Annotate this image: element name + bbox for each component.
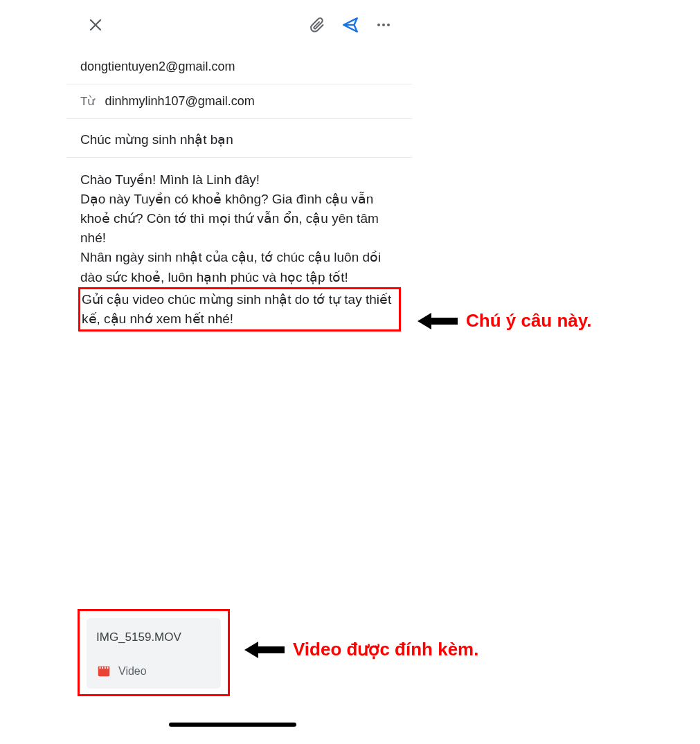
compose-toolbar bbox=[66, 0, 413, 50]
from-label: Từ bbox=[80, 94, 95, 109]
subject-field[interactable]: Chúc mừng sinh nhật bạn bbox=[66, 119, 413, 158]
svg-point-4 bbox=[382, 24, 385, 26]
svg-marker-12 bbox=[418, 313, 458, 329]
attach-icon bbox=[309, 17, 325, 33]
annotation-text: Chú ý câu này. bbox=[466, 310, 592, 332]
more-button[interactable] bbox=[371, 12, 396, 37]
arrow-left-icon bbox=[418, 311, 458, 331]
send-button[interactable] bbox=[338, 12, 363, 37]
body-line: Dạo này Tuyền có khoẻ không? Gia đình cậ… bbox=[80, 190, 399, 248]
body-line: Chào Tuyền! Mình là Linh đây! bbox=[80, 170, 399, 190]
svg-rect-10 bbox=[105, 667, 106, 669]
close-icon bbox=[87, 17, 104, 33]
close-button[interactable] bbox=[83, 12, 108, 37]
annotation-text: Video được đính kèm. bbox=[293, 639, 478, 660]
send-icon bbox=[341, 16, 359, 34]
attachment-meta: Video bbox=[96, 664, 211, 679]
attachment-filename: IMG_5159.MOV bbox=[96, 630, 211, 644]
svg-rect-11 bbox=[107, 667, 109, 669]
body-line-highlighted: Gửi cậu video chúc mừng sinh nhật do tớ … bbox=[82, 290, 397, 329]
attachment-area: IMG_5159.MOV Video bbox=[78, 609, 230, 696]
highlight-box: Gửi cậu video chúc mừng sinh nhật do tớ … bbox=[78, 287, 401, 332]
compose-window: dongtientuyen2@gmail.com Từ dinhmylinh10… bbox=[66, 0, 413, 337]
attachment-highlight-box: IMG_5159.MOV Video bbox=[78, 609, 230, 696]
svg-rect-8 bbox=[100, 667, 101, 669]
body-line: Nhân ngày sinh nhật của cậu, tớ chúc cậu… bbox=[80, 248, 399, 287]
video-icon bbox=[96, 664, 111, 679]
attachment-type: Video bbox=[118, 665, 147, 678]
to-address: dongtientuyen2@gmail.com bbox=[80, 60, 235, 73]
annotation-1: Chú ý câu này. bbox=[418, 310, 592, 332]
body-field[interactable]: Chào Tuyền! Mình là Linh đây! Dạo này Tu… bbox=[66, 158, 413, 337]
subject-text: Chúc mừng sinh nhật bạn bbox=[80, 132, 233, 147]
attach-button[interactable] bbox=[305, 12, 330, 37]
svg-marker-13 bbox=[244, 642, 285, 658]
attachment-card[interactable]: IMG_5159.MOV Video bbox=[87, 618, 221, 689]
arrow-left-icon bbox=[244, 640, 285, 660]
svg-point-5 bbox=[387, 24, 390, 26]
svg-point-3 bbox=[377, 24, 380, 26]
svg-rect-9 bbox=[102, 667, 103, 669]
more-icon bbox=[375, 17, 392, 33]
annotation-2: Video được đính kèm. bbox=[244, 639, 478, 660]
from-address: dinhmylinh107@gmail.com bbox=[105, 94, 254, 109]
to-field[interactable]: dongtientuyen2@gmail.com bbox=[66, 50, 413, 84]
home-indicator bbox=[169, 723, 296, 727]
from-field[interactable]: Từ dinhmylinh107@gmail.com bbox=[66, 84, 413, 119]
